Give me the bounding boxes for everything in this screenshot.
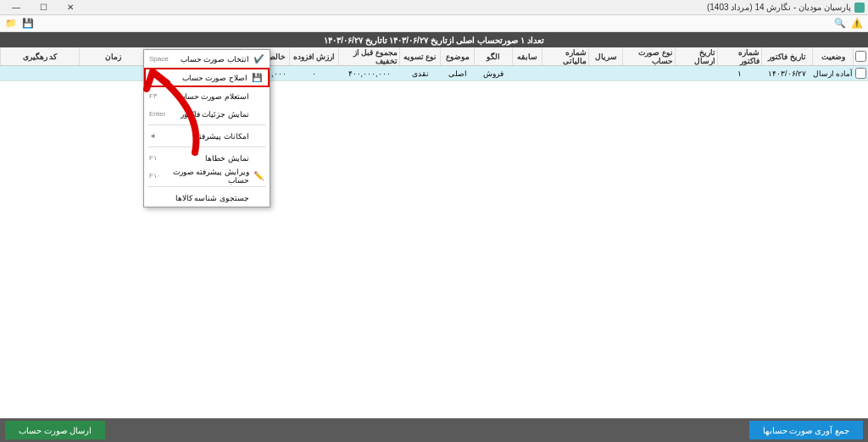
col-status[interactable]: وضعیت — [812, 47, 853, 65]
menu-inquiry-account[interactable]: استعلام صورت حساب F۳ — [144, 87, 270, 105]
search-icon[interactable]: 🔍 — [832, 16, 848, 31]
table-row[interactable]: آماده ارسال ۱۴۰۳/۰۶/۲۷ ۱ فروش اصلی نقدی … — [0, 66, 868, 81]
summary-header: تعداد ۱ صورتحساب اصلی ازتاریخ ۱۴۰۳/۰۶/۲۷… — [0, 32, 868, 47]
cell-time — [79, 66, 147, 80]
row-checkbox[interactable] — [855, 68, 866, 79]
minimize-button[interactable]: — — [3, 1, 29, 14]
cell-status: آماده ارسال — [812, 66, 853, 80]
col-serial[interactable]: سریال — [588, 47, 622, 65]
col-tax-no[interactable]: شماره مالیاتی — [542, 47, 588, 65]
folder-icon[interactable]: 📁 — [3, 16, 19, 31]
blank-icon — [253, 152, 264, 164]
context-menu: ✔️ انتخاب صورت حساب Space 💾 اصلاح صورت ح… — [143, 49, 270, 207]
send-account-button[interactable]: ارسال صورت حساب — [5, 421, 105, 439]
blank-icon — [253, 192, 264, 204]
cell-tax-no — [542, 66, 588, 80]
menu-edit-account[interactable]: 💾 اصلاح صورت حساب F۲ — [144, 68, 270, 87]
col-time[interactable]: زمان — [79, 47, 147, 65]
grid-body: آماده ارسال ۱۴۰۳/۰۶/۲۷ ۱ فروش اصلی نقدی … — [0, 66, 868, 422]
cell-serial — [588, 66, 622, 80]
cell-invoice-no: ۱ — [717, 66, 761, 80]
maximize-button[interactable]: ☐ — [31, 1, 56, 14]
app-icon — [854, 3, 865, 13]
cell-send-date — [675, 66, 717, 80]
menu-separator — [147, 124, 266, 125]
save-icon: 💾 — [251, 72, 263, 84]
edit-icon: ✏️ — [253, 170, 264, 182]
window-titlebar: پارسیان مودیان - نگارش 14 (مرداد 1403) —… — [0, 0, 868, 15]
col-invoice-date[interactable]: تاریخ فاکتور — [761, 47, 812, 65]
cell-vat: ۰ — [289, 66, 338, 80]
col-send-date[interactable]: تاریخ ارسال — [675, 47, 717, 65]
col-account-type[interactable]: نوع صورت حساب — [622, 47, 675, 65]
save-icon[interactable]: 💾 — [20, 16, 36, 31]
cell-settlement: نقدی — [399, 66, 440, 80]
close-button[interactable]: ✕ — [58, 1, 83, 14]
grid-header: وضعیت تاریخ فاکتور شماره فاکتور تاریخ ار… — [0, 47, 868, 66]
cell-tracking — [0, 66, 79, 80]
col-before-discount[interactable]: مجموع قبل از تخفیف — [338, 47, 399, 65]
col-history[interactable]: سابقه — [512, 47, 542, 65]
blank-icon — [253, 130, 264, 142]
summary-text: تعداد ۱ صورتحساب اصلی ازتاریخ ۱۴۰۳/۰۶/۲۷… — [324, 36, 544, 45]
menu-separator — [147, 186, 266, 187]
col-pattern[interactable]: الگو — [474, 47, 512, 65]
warning-icon[interactable]: ⚠️ — [849, 16, 865, 31]
menu-advanced-options[interactable]: امکانات پیشرفته ◄ — [144, 127, 270, 145]
main-toolbar: ⚠️ 🔍 💾 📁 — [0, 15, 868, 32]
menu-advanced-edit[interactable]: ✏️ ویرایش پیشرفته صورت حساب F۱۰ — [144, 167, 270, 185]
col-checkbox[interactable] — [853, 47, 868, 65]
col-invoice-no[interactable]: شماره فاکتور — [717, 47, 761, 65]
window-title: پارسیان مودیان - نگارش 14 (مرداد 1403) — [707, 3, 851, 12]
window-controls: — ☐ ✕ — [3, 1, 83, 14]
menu-search-ids[interactable]: جستجوی شناسه کالاها — [144, 189, 270, 207]
cell-before-discount: ۴۰۰,۰۰۰,۰۰۰ — [338, 66, 399, 80]
cell-pattern: فروش — [474, 66, 512, 80]
bottom-toolbar: جمع آوری صورت حسابها ارسال صورت حساب — [0, 418, 868, 442]
col-tracking[interactable]: کد رهگیری — [0, 47, 79, 65]
menu-show-errors[interactable]: نمایش خطاها F۱ — [144, 149, 270, 167]
cell-type — [622, 66, 675, 80]
cell-invoice-date: ۱۴۰۳/۰۶/۲۷ — [761, 66, 812, 80]
select-all-checkbox[interactable] — [855, 51, 866, 62]
col-settlement[interactable]: نوع تسویه — [399, 47, 440, 65]
col-vat[interactable]: ارزش افزوده — [289, 47, 338, 65]
cell-subject: اصلی — [440, 66, 474, 80]
menu-separator — [147, 146, 266, 147]
blank-icon — [253, 108, 264, 120]
check-icon: ✔️ — [253, 53, 264, 65]
cell-history — [512, 66, 542, 80]
blank-icon — [253, 91, 264, 102]
menu-show-details[interactable]: نمایش جزئیات فاکتور Enter — [144, 105, 270, 123]
col-subject[interactable]: موضوع — [440, 47, 474, 65]
collect-accounts-button[interactable]: جمع آوری صورت حسابها — [749, 421, 863, 439]
menu-select-account[interactable]: ✔️ انتخاب صورت حساب Space — [144, 50, 270, 68]
